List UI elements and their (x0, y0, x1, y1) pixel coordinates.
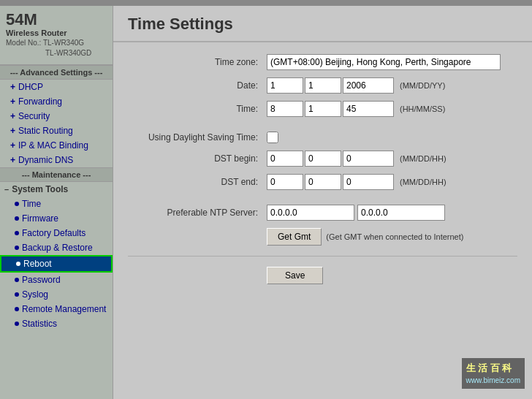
sidebar-item-static-routing[interactable]: + Static Routing (0, 123, 113, 138)
sidebar-item-syslog[interactable]: Syslog (0, 287, 113, 302)
brand-subtitle: Wireless Router (6, 28, 107, 38)
sidebar-item-system-tools[interactable]: – System Tools (0, 182, 113, 197)
sidebar-item-time[interactable]: Time (0, 197, 113, 211)
brand-box: 54M Wireless Router Model No.: TL-WR340G… (0, 7, 113, 65)
dst-begin-label: DST begin: (128, 153, 267, 164)
time-second-input[interactable] (343, 101, 394, 117)
dst-begin-hint: (MM/DD/HH) (400, 154, 446, 163)
dst-row: Using Daylight Saving Time: (128, 132, 517, 143)
timezone-label: Time zone: (128, 57, 267, 67)
sidebar-item-forwarding[interactable]: + Forwarding (0, 94, 113, 109)
sidebar-item-firmware[interactable]: Firmware (0, 211, 113, 226)
timezone-input[interactable] (267, 54, 501, 70)
main-content: Time Settings Time zone: Date: (MM/DD/YY… (113, 6, 532, 399)
date-year-input[interactable] (343, 77, 394, 94)
plus-icon: + (10, 96, 15, 107)
sidebar-item-ip-mac-binding[interactable]: + IP & MAC Binding (0, 138, 113, 153)
dst-end-hint: (MM/DD/HH) (400, 178, 446, 186)
get-gmt-row: Get Gmt (Get GMT when connected to Inter… (128, 228, 517, 246)
sidebar-item-security[interactable]: + Security (0, 109, 113, 123)
page-title: Time Settings (113, 6, 532, 42)
maintenance-header: --- Maintenance --- (0, 167, 113, 182)
dst-begin-month[interactable] (267, 151, 303, 167)
watermark: 生 活 百 科 www.bimeiz.com (462, 358, 525, 390)
ntp-server2-input[interactable] (357, 205, 445, 221)
plus-icon: + (10, 155, 15, 165)
save-button[interactable]: Save (267, 267, 323, 284)
dot-icon (15, 216, 19, 221)
time-hint: (HH/MM/SS) (400, 104, 445, 113)
divider (128, 256, 517, 256)
time-minute-input[interactable] (305, 101, 341, 117)
get-gmt-hint: (Get GMT when connected to Internet) (326, 232, 463, 241)
sidebar-item-factory-defaults[interactable]: Factory Defaults (0, 226, 113, 240)
advanced-settings-header: --- Advanced Settings --- (0, 65, 113, 80)
dst-begin-day[interactable] (305, 151, 341, 167)
plus-icon: + (10, 126, 15, 136)
plus-icon: + (10, 82, 15, 92)
brand-title: 54M (6, 12, 107, 28)
dst-end-label: DST end: (128, 177, 267, 187)
date-month-input[interactable] (267, 77, 303, 94)
sidebar-item-reboot[interactable]: Reboot (0, 255, 113, 273)
dst-end-month[interactable] (267, 174, 303, 190)
dot-icon (15, 231, 19, 235)
dst-end-day[interactable] (305, 174, 341, 190)
ntp-row: Preferable NTP Server: (128, 205, 517, 221)
get-gmt-button[interactable]: Get Gmt (267, 228, 322, 246)
dot-icon (15, 322, 19, 326)
save-row: Save (128, 267, 517, 284)
sidebar: 54M Wireless Router Model No.: TL-WR340G… (0, 6, 113, 399)
timezone-row: Time zone: (128, 54, 517, 70)
dst-checkbox[interactable] (267, 132, 278, 143)
watermark-title: 生 活 百 科 (466, 361, 520, 376)
dst-begin-row: DST begin: (MM/DD/HH) (128, 151, 517, 167)
dst-begin-hour[interactable] (343, 151, 394, 167)
ntp-server1-input[interactable] (267, 205, 354, 221)
dst-end-hour[interactable] (343, 174, 394, 190)
sidebar-item-statistics[interactable]: Statistics (0, 316, 113, 331)
dot-icon (15, 292, 19, 297)
time-hour-input[interactable] (267, 101, 303, 117)
dot-icon (15, 246, 19, 250)
dot-icon (15, 307, 19, 311)
brand-model: Model No.: TL-WR340G TL-WR340GD (6, 38, 107, 58)
sidebar-item-remote-management[interactable]: Remote Management (0, 302, 113, 316)
dot-icon (15, 202, 19, 206)
dot-icon (15, 278, 19, 282)
dst-label: Using Daylight Saving Time: (128, 132, 267, 142)
sidebar-item-dynamic-dns[interactable]: + Dynamic DNS (0, 153, 113, 167)
date-hint: (MM/DD/YY) (400, 81, 445, 90)
time-row: Time: (HH/MM/SS) (128, 101, 517, 117)
plus-icon: + (10, 140, 15, 151)
dst-end-row: DST end: (MM/DD/HH) (128, 174, 517, 190)
ntp-label: Preferable NTP Server: (128, 208, 267, 218)
date-day-input[interactable] (305, 77, 341, 94)
watermark-url: www.bimeiz.com (466, 375, 520, 386)
time-label: Time: (128, 104, 267, 114)
sidebar-item-dhcp[interactable]: + DHCP (0, 80, 113, 94)
form-area: Time zone: Date: (MM/DD/YY) Time: (HH/MM… (113, 42, 532, 303)
sidebar-item-password[interactable]: Password (0, 273, 113, 287)
sidebar-item-backup-restore[interactable]: Backup & Restore (0, 240, 113, 255)
plus-icon: + (10, 111, 15, 121)
date-row: Date: (MM/DD/YY) (128, 77, 517, 94)
date-label: Date: (128, 80, 267, 91)
dot-icon (16, 262, 20, 266)
